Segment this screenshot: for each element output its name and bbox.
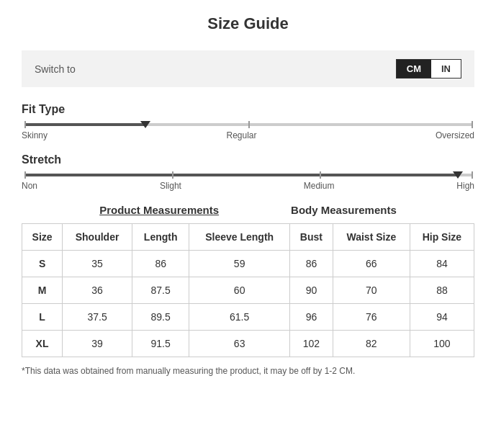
switch-label: Switch to <box>35 63 76 75</box>
stretch-non-label: Non <box>22 181 37 191</box>
col-shoulder: Shoulder <box>63 224 132 251</box>
unit-toggle[interactable]: CM IN <box>396 59 461 79</box>
unit-cm-button[interactable]: CM <box>397 60 431 78</box>
table-cell: 89.5 <box>132 304 189 331</box>
table-cell: 76 <box>333 304 410 331</box>
table-cell: 61.5 <box>189 304 290 331</box>
col-waist-size: Waist Size <box>333 224 410 251</box>
table-header-row: Size Shoulder Length Sleeve Length Bust … <box>22 224 474 251</box>
table-cell: 88 <box>410 277 474 304</box>
fit-type-title: Fit Type <box>22 103 474 116</box>
col-length: Length <box>132 224 189 251</box>
table-cell: 59 <box>189 251 290 277</box>
table-cell: 87.5 <box>132 277 189 304</box>
table-row: M3687.560907088 <box>22 277 474 304</box>
table-cell: 60 <box>189 277 290 304</box>
table-row: S358659866684 <box>22 251 474 277</box>
fit-type-track[interactable] <box>24 123 472 126</box>
col-size: Size <box>22 224 63 251</box>
fit-type-labels: Skinny Regular Oversized <box>22 130 474 140</box>
fit-type-thumb <box>140 121 150 128</box>
table-cell: 70 <box>333 277 410 304</box>
fit-oversized-label: Oversized <box>436 130 474 140</box>
col-sleeve-length: Sleeve Length <box>189 224 290 251</box>
table-row: L37.589.561.5967694 <box>22 304 474 331</box>
table-cell: 90 <box>289 277 333 304</box>
col-bust: Bust <box>289 224 333 251</box>
fit-skinny-label: Skinny <box>22 130 48 140</box>
measurements-header: Product Measurements Body Measurements <box>22 204 474 216</box>
table-cell: XL <box>22 331 63 357</box>
table-cell: 100 <box>410 331 474 357</box>
table-cell: 63 <box>189 331 290 357</box>
col-hip-size: Hip Size <box>410 224 474 251</box>
page-title: Size Guide <box>22 14 474 33</box>
stretch-high-label: High <box>456 181 474 191</box>
fit-regular-label: Regular <box>226 130 256 140</box>
table-cell: S <box>22 251 63 277</box>
stretch-track[interactable] <box>24 174 472 176</box>
table-cell: 66 <box>333 251 410 277</box>
table-cell: 35 <box>63 251 132 277</box>
stretch-slight-label: Slight <box>160 181 181 191</box>
stretch-thumb <box>453 171 463 179</box>
size-table: Size Shoulder Length Sleeve Length Bust … <box>22 223 474 357</box>
stretch-title: Stretch <box>22 153 474 166</box>
table-cell: M <box>22 277 63 304</box>
unit-in-button[interactable]: IN <box>431 60 461 78</box>
table-cell: 102 <box>289 331 333 357</box>
table-cell: 82 <box>333 331 410 357</box>
stretch-section: Stretch Non Slight Medium High <box>22 153 474 191</box>
table-cell: L <box>22 304 63 331</box>
table-cell: 36 <box>63 277 132 304</box>
table-cell: 96 <box>289 304 333 331</box>
stretch-labels: Non Slight Medium High <box>22 181 474 191</box>
stretch-medium-label: Medium <box>304 181 335 191</box>
table-cell: 37.5 <box>63 304 132 331</box>
table-row: XL3991.56310282100 <box>22 331 474 357</box>
table-cell: 86 <box>132 251 189 277</box>
table-cell: 84 <box>410 251 474 277</box>
product-measurements-label: Product Measurements <box>99 204 219 216</box>
table-cell: 94 <box>410 304 474 331</box>
table-cell: 86 <box>289 251 333 277</box>
fit-type-section: Fit Type Skinny Regular Oversized <box>22 103 474 140</box>
footnote: *This data was obtained from manually me… <box>22 366 474 376</box>
body-measurements-label: Body Measurements <box>291 204 397 216</box>
table-cell: 91.5 <box>132 331 189 357</box>
table-cell: 39 <box>63 331 132 357</box>
switch-bar: Switch to CM IN <box>22 50 474 87</box>
